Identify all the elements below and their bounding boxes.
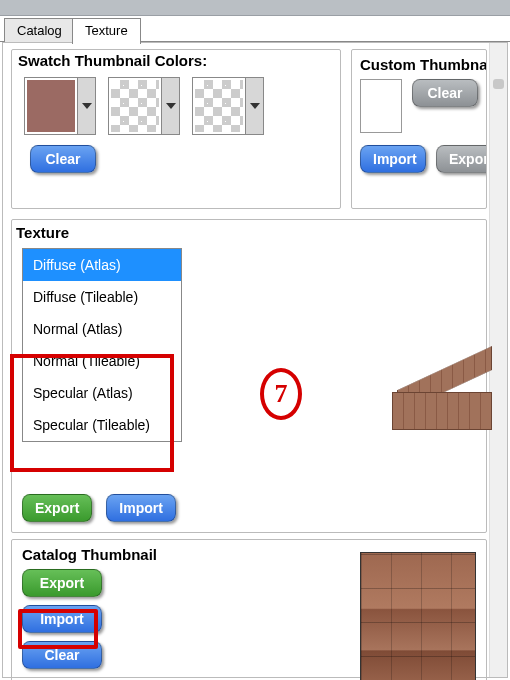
swatch-2[interactable] xyxy=(108,77,180,135)
swatch-1-dropdown[interactable] xyxy=(77,78,95,134)
chevron-down-icon xyxy=(166,103,176,109)
chevron-down-icon xyxy=(82,103,92,109)
texture-preview xyxy=(392,310,492,430)
texture-item-diffuse-tileable[interactable]: Diffuse (Tileable) xyxy=(23,281,181,313)
swatch-1[interactable] xyxy=(24,77,96,135)
custom-thumbnail-slot[interactable] xyxy=(360,79,402,133)
texture-list[interactable]: Diffuse (Atlas) Diffuse (Tileable) Norma… xyxy=(22,248,182,442)
window-titlebar-fragment xyxy=(0,0,510,16)
custom-thumbnail-group: Custom Thumbnail Clear Import Export xyxy=(351,49,487,209)
catalog-thumbnail-image xyxy=(360,552,476,680)
swatch-2-color xyxy=(109,78,161,134)
swatch-colors-group: Swatch Thumbnail Colors: Clear xyxy=(11,49,341,209)
custom-export-button[interactable]: Export xyxy=(436,145,487,173)
scrollbar-thumb[interactable] xyxy=(493,79,504,89)
tab-texture[interactable]: Texture xyxy=(72,18,141,44)
swatch-2-dropdown[interactable] xyxy=(161,78,179,134)
swatch-3-color xyxy=(193,78,245,134)
custom-thumbnail-title: Custom Thumbnail xyxy=(360,56,478,73)
swatch-row xyxy=(12,73,340,145)
tab-strip: Catalog Texture xyxy=(0,16,510,42)
swatch-3[interactable] xyxy=(192,77,264,135)
catalog-thumbnail-group: Catalog Thumbnail Export Import Clear xyxy=(11,539,487,680)
texture-item-specular-atlas[interactable]: Specular (Atlas) xyxy=(23,377,181,409)
roof-flat-icon xyxy=(392,392,492,430)
tab-catalog[interactable]: Catalog xyxy=(4,18,75,43)
chevron-down-icon xyxy=(250,103,260,109)
swatch-3-dropdown[interactable] xyxy=(245,78,263,134)
swatch-clear-button[interactable]: Clear xyxy=(30,145,96,173)
texture-item-normal-atlas[interactable]: Normal (Atlas) xyxy=(23,313,181,345)
texture-export-button[interactable]: Export xyxy=(22,494,92,522)
texture-group: Texture Diffuse (Atlas) Diffuse (Tileabl… xyxy=(11,219,487,533)
tab-page: Swatch Thumbnail Colors: Clear xyxy=(2,42,508,678)
custom-clear-button[interactable]: Clear xyxy=(412,79,478,107)
texture-import-button[interactable]: Import xyxy=(106,494,176,522)
texture-item-normal-tileable[interactable]: Normal (Tileable) xyxy=(23,345,181,377)
custom-import-button[interactable]: Import xyxy=(360,145,426,173)
texture-title: Texture xyxy=(16,224,69,241)
texture-item-specular-tileable[interactable]: Specular (Tileable) xyxy=(23,409,181,441)
content-area: Swatch Thumbnail Colors: Clear xyxy=(11,49,487,671)
swatch-colors-title: Swatch Thumbnail Colors: xyxy=(18,52,340,69)
swatch-1-color xyxy=(25,78,77,134)
catalog-export-button[interactable]: Export xyxy=(22,569,102,597)
texture-item-diffuse-atlas[interactable]: Diffuse (Atlas) xyxy=(23,249,181,281)
catalog-clear-button[interactable]: Clear xyxy=(22,641,102,669)
catalog-import-button[interactable]: Import xyxy=(22,605,102,633)
